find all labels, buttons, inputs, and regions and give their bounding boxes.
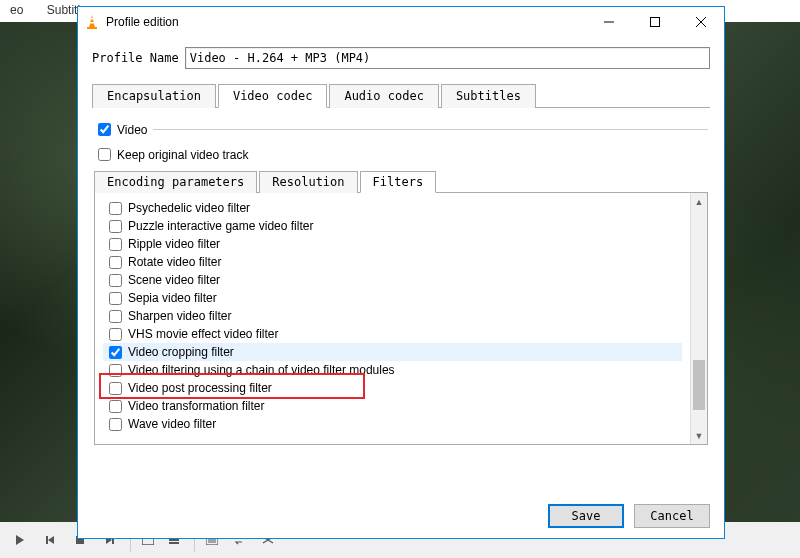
- prev-button[interactable]: [36, 528, 64, 552]
- filter-item[interactable]: Rotate video filter: [103, 253, 682, 271]
- svg-marker-0: [16, 535, 24, 545]
- scroll-track[interactable]: [691, 210, 707, 427]
- profile-edition-dialog: Profile edition Profile Name Encapsulati…: [77, 6, 725, 539]
- filter-label: Ripple video filter: [128, 237, 220, 251]
- filter-checkbox[interactable]: [109, 256, 122, 269]
- scroll-up-icon[interactable]: ▲: [691, 193, 707, 210]
- filter-checkbox[interactable]: [109, 202, 122, 215]
- svg-rect-17: [87, 27, 97, 29]
- svg-marker-14: [89, 15, 95, 28]
- titlebar[interactable]: Profile edition: [78, 7, 724, 37]
- filter-label: Video cropping filter: [128, 345, 234, 359]
- divider: [153, 129, 708, 130]
- filter-checkbox[interactable]: [109, 274, 122, 287]
- filter-checkbox[interactable]: [109, 382, 122, 395]
- scroll-thumb[interactable]: [693, 360, 705, 410]
- vlc-cone-icon: [84, 14, 100, 30]
- svg-rect-8: [169, 539, 179, 541]
- tab-audio-codec[interactable]: Audio codec: [329, 84, 438, 108]
- tab-filters[interactable]: Filters: [360, 171, 437, 193]
- keep-original-checkbox[interactable]: [98, 148, 111, 161]
- filter-item[interactable]: Video filtering using a chain of video f…: [103, 361, 682, 379]
- filter-label: Psychedelic video filter: [128, 201, 250, 215]
- filter-label: Video transformation filter: [128, 399, 265, 413]
- tab-subtitles[interactable]: Subtitles: [441, 84, 536, 108]
- filter-item[interactable]: Scene video filter: [103, 271, 682, 289]
- tab-encapsulation[interactable]: Encapsulation: [92, 84, 216, 108]
- save-button[interactable]: Save: [548, 504, 624, 528]
- filter-label: Puzzle interactive game video filter: [128, 219, 313, 233]
- filter-item[interactable]: Sharpen video filter: [103, 307, 682, 325]
- filter-label: Scene video filter: [128, 273, 220, 287]
- filter-item[interactable]: Video post processing filter: [103, 379, 682, 397]
- play-button[interactable]: [6, 528, 34, 552]
- inner-tabs: Encoding parameters Resolution Filters: [94, 170, 708, 193]
- filter-item[interactable]: Ripple video filter: [103, 235, 682, 253]
- filter-item[interactable]: Wave video filter: [103, 415, 682, 433]
- svg-marker-2: [48, 536, 54, 544]
- filter-checkbox[interactable]: [109, 310, 122, 323]
- profile-name-input[interactable]: [185, 47, 710, 69]
- profile-name-label: Profile Name: [92, 51, 179, 65]
- filter-label: Wave video filter: [128, 417, 216, 431]
- tab-video-codec[interactable]: Video codec: [218, 84, 327, 108]
- scroll-down-icon[interactable]: ▼: [691, 427, 707, 444]
- filter-item[interactable]: Video transformation filter: [103, 397, 682, 415]
- filter-label: Sharpen video filter: [128, 309, 231, 323]
- minimize-button[interactable]: [586, 7, 632, 37]
- filter-label: VHS movie effect video filter: [128, 327, 279, 341]
- filter-label: Video filtering using a chain of video f…: [128, 363, 395, 377]
- scrollbar[interactable]: ▲ ▼: [690, 193, 707, 444]
- svg-rect-15: [90, 18, 94, 20]
- filter-label: Rotate video filter: [128, 255, 221, 269]
- tab-encoding-parameters[interactable]: Encoding parameters: [94, 171, 257, 193]
- filters-pane: Psychedelic video filterPuzzle interacti…: [94, 193, 708, 445]
- video-checkbox[interactable]: [98, 123, 111, 136]
- cancel-button[interactable]: Cancel: [634, 504, 710, 528]
- filter-checkbox[interactable]: [109, 346, 122, 359]
- filter-item[interactable]: VHS movie effect video filter: [103, 325, 682, 343]
- svg-rect-16: [90, 22, 95, 24]
- filter-checkbox[interactable]: [109, 418, 122, 431]
- filter-checkbox[interactable]: [109, 292, 122, 305]
- keep-original-label: Keep original video track: [117, 148, 248, 162]
- filter-item[interactable]: Video cropping filter: [103, 343, 682, 361]
- filter-label: Video post processing filter: [128, 381, 272, 395]
- filter-item[interactable]: Puzzle interactive game video filter: [103, 217, 682, 235]
- filter-item[interactable]: Psychedelic video filter: [103, 199, 682, 217]
- tab-resolution[interactable]: Resolution: [259, 171, 357, 193]
- dialog-title: Profile edition: [106, 15, 179, 29]
- svg-rect-1: [46, 536, 48, 544]
- filter-checkbox[interactable]: [109, 364, 122, 377]
- svg-rect-19: [651, 18, 660, 27]
- filters-list[interactable]: Psychedelic video filterPuzzle interacti…: [95, 193, 690, 444]
- filter-item[interactable]: Sepia video filter: [103, 289, 682, 307]
- close-button[interactable]: [678, 7, 724, 37]
- outer-tabs: Encapsulation Video codec Audio codec Su…: [92, 83, 710, 108]
- svg-rect-9: [169, 542, 179, 544]
- video-checkbox-label: Video: [117, 123, 147, 137]
- filter-checkbox[interactable]: [109, 220, 122, 233]
- filter-checkbox[interactable]: [109, 400, 122, 413]
- maximize-button[interactable]: [632, 7, 678, 37]
- filter-checkbox[interactable]: [109, 238, 122, 251]
- filter-label: Sepia video filter: [128, 291, 217, 305]
- menu-item-partial[interactable]: eo: [0, 0, 33, 20]
- filter-checkbox[interactable]: [109, 328, 122, 341]
